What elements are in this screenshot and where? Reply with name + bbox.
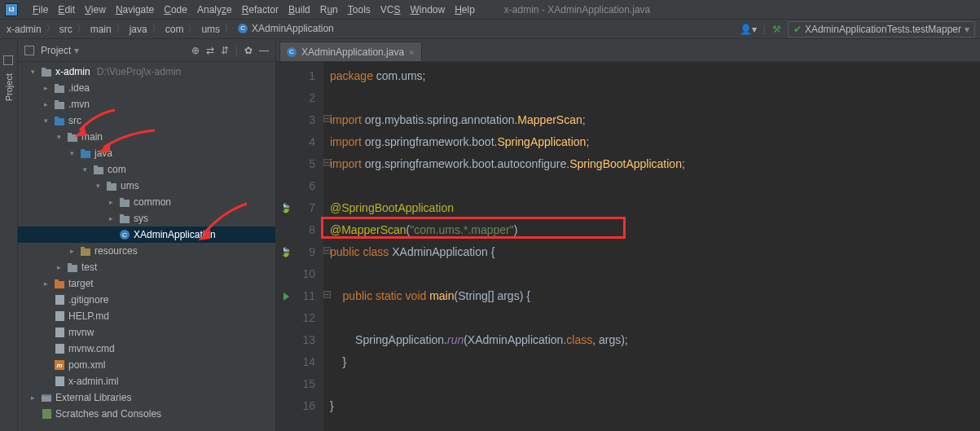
file-icon bbox=[54, 310, 65, 322]
divider: | bbox=[763, 24, 766, 35]
tree-item-test[interactable]: ▸test bbox=[18, 259, 275, 275]
tree-item-label: mvnw bbox=[68, 327, 94, 338]
tree-external-libraries[interactable]: ▸ External Libraries bbox=[18, 389, 275, 406]
tree-item-java[interactable]: ▾java bbox=[18, 145, 275, 161]
project-view-button[interactable]: Project ▾ bbox=[41, 45, 79, 56]
project-view-icon bbox=[24, 46, 34, 55]
tree-item--idea[interactable]: ▸.idea bbox=[18, 80, 275, 96]
menu-navigate[interactable]: Navigate bbox=[111, 4, 159, 15]
expand-icon[interactable]: ▸ bbox=[31, 394, 39, 402]
editor-area: C XAdminApplication.java × 🍃 🍃 123456789… bbox=[276, 39, 980, 431]
menu-refactor[interactable]: Refactor bbox=[237, 4, 283, 15]
tree-item-label: .gitignore bbox=[68, 294, 108, 306]
crumb-ums[interactable]: ums bbox=[200, 24, 222, 35]
tree-item-sys[interactable]: ▸sys bbox=[18, 210, 275, 226]
nav-bar: x-admin〉 src〉 main〉 java〉 com〉 ums〉 CXAd… bbox=[0, 20, 980, 39]
tree-item-target[interactable]: ▸target bbox=[18, 275, 275, 292]
hide-icon[interactable]: — bbox=[259, 45, 269, 56]
crumb-root[interactable]: x-admin bbox=[5, 24, 43, 35]
expand-icon[interactable]: ▸ bbox=[44, 84, 52, 92]
menu-file[interactable]: File bbox=[28, 4, 53, 15]
project-tool-icon[interactable] bbox=[3, 55, 15, 67]
expand-icon[interactable]: ▾ bbox=[83, 165, 91, 174]
expand-icon[interactable]: ▾ bbox=[57, 133, 65, 141]
crumb-com[interactable]: com bbox=[164, 24, 186, 35]
menu-edit[interactable]: Edit bbox=[53, 4, 80, 15]
fold-icon[interactable]: − bbox=[323, 291, 331, 298]
project-tool-tab[interactable]: Project bbox=[4, 73, 14, 101]
folder-pkg-icon bbox=[106, 180, 117, 191]
sidebar-strip: Project bbox=[0, 39, 18, 431]
tree-item-pom-xml[interactable]: mpom.xml bbox=[18, 357, 275, 373]
folder-res-icon bbox=[80, 245, 91, 257]
spring-bean-gutter-icon[interactable]: 🍃 bbox=[278, 197, 294, 219]
tree-item-help-md[interactable]: HELP.md bbox=[18, 308, 275, 324]
tree-item-label: common bbox=[134, 196, 171, 208]
tree-item-label: ums bbox=[121, 180, 139, 191]
tree-item-label: src bbox=[68, 115, 81, 126]
menu-run[interactable]: Run bbox=[315, 4, 343, 15]
code[interactable]: package com.ums; −import org.mybatis.spr… bbox=[323, 62, 980, 431]
tree-item-common[interactable]: ▸common bbox=[18, 194, 275, 210]
tree-item-mvnw[interactable]: mvnw bbox=[18, 324, 275, 341]
fold-icon[interactable]: − bbox=[323, 159, 331, 166]
tree-item-label: x-admin.iml bbox=[68, 376, 118, 387]
expand-icon[interactable]: ▾ bbox=[70, 149, 78, 157]
editor-tabs: C XAdminApplication.java × bbox=[276, 39, 980, 62]
run-config-label: XAdminApplicationTests.testMapper bbox=[805, 24, 961, 35]
tree-scratches[interactable]: Scratches and Consoles bbox=[18, 406, 275, 422]
run-class-gutter-icon[interactable]: 🍃 bbox=[278, 241, 294, 263]
select-opened-file-icon[interactable]: ⊕ bbox=[191, 45, 200, 56]
menu-tools[interactable]: Tools bbox=[343, 4, 376, 15]
tree-item-label: mvnw.cmd bbox=[68, 343, 115, 354]
menu-bar: IJ File Edit View Navigate Code Analyze … bbox=[0, 0, 980, 20]
tree-item--mvn[interactable]: ▸.mvn bbox=[18, 96, 275, 112]
run-main-gutter-icon[interactable] bbox=[278, 285, 294, 307]
tree-item-src[interactable]: ▾src bbox=[18, 112, 275, 129]
fold-icon[interactable]: − bbox=[323, 247, 331, 254]
menu-analyze[interactable]: Analyze bbox=[192, 4, 237, 15]
menu-view[interactable]: View bbox=[80, 4, 111, 15]
class-run-icon: C bbox=[119, 229, 130, 240]
tree-item-com[interactable]: ▾com bbox=[18, 161, 275, 178]
settings-icon[interactable]: ✿ bbox=[244, 45, 253, 56]
expand-icon[interactable]: ▸ bbox=[109, 198, 117, 206]
close-icon[interactable]: × bbox=[409, 47, 414, 57]
crumb-java[interactable]: java bbox=[128, 24, 149, 35]
menu-help[interactable]: Help bbox=[450, 4, 480, 15]
expand-icon[interactable]: ▸ bbox=[70, 247, 78, 255]
tree-root[interactable]: ▾ x-admin D:\VueProj\x-admin bbox=[18, 64, 275, 80]
project-tree[interactable]: ▾ x-admin D:\VueProj\x-admin ▸.idea▸.mvn… bbox=[18, 62, 275, 431]
expand-all-icon[interactable]: ⇄ bbox=[206, 45, 214, 56]
expand-icon[interactable]: ▸ bbox=[44, 279, 52, 288]
fold-icon[interactable]: − bbox=[323, 115, 331, 122]
expand-icon[interactable]: ▸ bbox=[44, 100, 52, 108]
tree-item-x-admin-iml[interactable]: x-admin.iml bbox=[18, 373, 275, 389]
expand-icon[interactable]: ▸ bbox=[109, 214, 117, 222]
expand-icon[interactable]: ▾ bbox=[44, 117, 52, 125]
tree-item-main[interactable]: ▾main bbox=[18, 129, 275, 145]
crumb-main[interactable]: main bbox=[89, 24, 113, 35]
tree-item--gitignore[interactable]: .gitignore bbox=[18, 292, 275, 308]
menu-window[interactable]: Window bbox=[405, 4, 450, 15]
user-icon[interactable]: 👤▾ bbox=[740, 24, 757, 35]
collapse-all-icon[interactable]: ⇵ bbox=[221, 45, 229, 56]
build-icon[interactable]: ⚒ bbox=[772, 24, 781, 35]
crumb-file[interactable]: CXAdminApplication bbox=[236, 23, 336, 35]
tree-item-ums[interactable]: ▾ums bbox=[18, 178, 275, 194]
editor[interactable]: 🍃 🍃 12345678910111213141516 package com.… bbox=[276, 62, 980, 431]
menu-code[interactable]: Code bbox=[159, 4, 192, 15]
expand-icon[interactable]: ▾ bbox=[31, 68, 39, 76]
menu-vcs[interactable]: VCS bbox=[376, 4, 406, 15]
menu-build[interactable]: Build bbox=[283, 4, 315, 15]
expand-icon[interactable]: ▸ bbox=[57, 263, 65, 271]
tree-item-resources[interactable]: ▸resources bbox=[18, 243, 275, 259]
folder-pkg-icon bbox=[119, 196, 130, 208]
tree-item-xadminapplication[interactable]: CXAdminApplication bbox=[18, 226, 275, 243]
line-number: 15 bbox=[276, 373, 315, 395]
tree-item-mvnw-cmd[interactable]: mvnw.cmd bbox=[18, 341, 275, 357]
crumb-src[interactable]: src bbox=[58, 24, 74, 35]
expand-icon[interactable]: ▾ bbox=[96, 182, 104, 190]
tab-xadminapplication[interactable]: C XAdminApplication.java × bbox=[279, 42, 422, 61]
run-config-selector[interactable]: ✔ XAdminApplicationTests.testMapper ▾ bbox=[788, 21, 975, 37]
